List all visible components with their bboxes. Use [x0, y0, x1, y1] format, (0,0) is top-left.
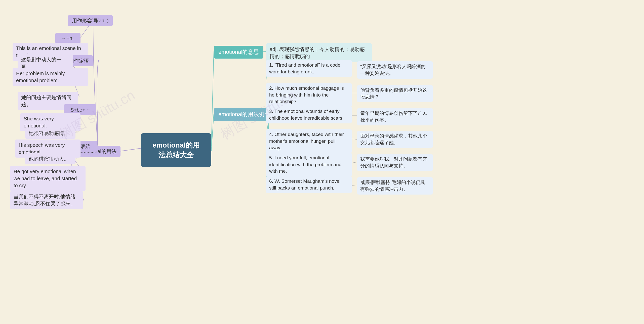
example-1-en: 1. "Tired and emotional" is a code word … — [266, 60, 352, 77]
example-6-en: 6. W. Somerset Maugham's novel still pac… — [266, 176, 352, 193]
example-5-en: 5. I need your full, emotional identific… — [266, 153, 352, 177]
mind-map: emotional的用法总结大全 emotional的用法 用作形容词(adj.… — [0, 0, 644, 324]
example-1-cn: "又累又激动"是形容人喝醉酒的一种委婉说法。 — [357, 61, 433, 79]
example-6-cn: 威廉·萨默塞特·毛姆的小说仍具有强烈的情感冲击力。 — [357, 177, 433, 195]
svg-line-24 — [352, 139, 357, 140]
example-5-cn: 我需要你对我、对此问题都有充分的情感认同与支持。 — [357, 154, 433, 171]
leaf-sbe-she-cn: 她很容易动感情。 — [25, 128, 75, 139]
example-2-cn: 他背负着多重的感情包袱开始这段恋情？ — [357, 85, 433, 102]
svg-line-14 — [211, 114, 214, 151]
svg-line-25 — [352, 162, 357, 163]
branch-adj: 用作形容词(adj.) — [68, 15, 113, 26]
svg-line-26 — [352, 186, 357, 186]
example-3-en: 3. The emotional wounds of early childho… — [266, 106, 352, 123]
center-label: emotional的用法总结大全 — [152, 141, 200, 159]
leaf-attr-problem-en: Her problem is mainly emotional problem. — [13, 68, 88, 86]
center-node: emotional的用法总结大全 — [141, 133, 211, 167]
branch-meaning: emotional的意思 — [214, 46, 263, 59]
definition-box: adj. 表现强烈情感的；令人动情的；易动感情的；感情脆弱的 — [266, 43, 372, 62]
leaf-pred-hegot-en: He got very emotional when we had to lea… — [10, 166, 86, 191]
example-3-cn: 童年早期的情感创伤留下了难以抚平的伤痕。 — [357, 108, 433, 125]
svg-line-12 — [211, 51, 214, 146]
leaf-pred-speech-cn: 他的讲演很动人。 — [25, 153, 75, 164]
branch-adj-n: ~ +n. — [55, 33, 80, 44]
example-2-en: 2. How much emotional baggage is he brin… — [266, 83, 352, 107]
leaf-pred-hegot-cn: 当我们不得不离开时,他情绪异常激动,忍不住哭了起来。 — [10, 191, 83, 209]
svg-line-0 — [119, 148, 141, 151]
example-4-en: 4. Other daughters, faced with their mot… — [266, 129, 352, 153]
example-4-cn: 面对母亲的情感渴求，其他几个女儿都疏远了她。 — [357, 131, 433, 148]
branch-examples: emotional的用法例句 — [214, 108, 274, 121]
